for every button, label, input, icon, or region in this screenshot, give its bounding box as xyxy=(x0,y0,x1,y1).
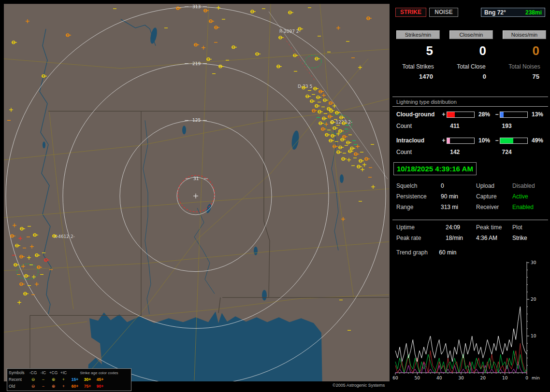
legend-col-cg-pos: +CG xyxy=(48,370,58,375)
legend-symbols-label: Symbols xyxy=(9,370,28,375)
receiver-label: Receiver xyxy=(476,204,512,210)
cg-minus-bar xyxy=(500,112,528,118)
lightning-map[interactable]: 31321912531R-2097 2-D-23 5Q-1223 2-K-461… xyxy=(4,4,390,381)
noise-toggle-button[interactable]: NOISE xyxy=(429,8,458,17)
svg-text:50: 50 xyxy=(415,376,420,380)
cg-pos-icon: ⊕ xyxy=(48,377,58,382)
age-15: 15+ xyxy=(69,377,81,382)
intracloud-row: Intracloud + 10% − 49% xyxy=(392,137,548,144)
legend-col-ic-neg: -IC xyxy=(38,370,48,375)
roads xyxy=(4,4,389,381)
strikes-per-min-value: 5 xyxy=(396,43,440,58)
cloud-ground-label: Cloud-ground xyxy=(396,111,441,118)
trend-graph-row: Trend graph 60 min xyxy=(392,249,548,256)
svg-text:31: 31 xyxy=(193,176,199,181)
trend-chart: 1020306050403020100min xyxy=(392,257,548,386)
cg-plus-bar xyxy=(447,112,475,118)
totals-values-row: 1470 0 75 xyxy=(392,73,548,80)
strike-toggle-button[interactable]: STRIKE xyxy=(395,8,426,17)
ic-pos-icon: + xyxy=(58,384,69,389)
ic-neg-icon: − xyxy=(38,384,48,389)
map-legend: Symbols -CG -IC +CG +IC Strike age color… xyxy=(7,368,131,391)
rate-plates-row: Strikes/min Close/min Noises/min xyxy=(392,30,548,39)
datetime-display: 10/18/2025 4:39:16 AM xyxy=(393,162,477,175)
peak-rate-label: Peak rate xyxy=(396,235,446,241)
uptime-label: Uptime xyxy=(396,224,446,231)
svg-text:min: min xyxy=(532,376,540,380)
svg-text:10: 10 xyxy=(531,334,536,338)
settings-grid: Squelch 0 Upload Disabled Persistence 90… xyxy=(392,182,548,210)
plot-value: Strike xyxy=(512,235,548,241)
svg-text:30: 30 xyxy=(458,376,464,380)
total-strikes-value: 1470 xyxy=(396,73,440,80)
persistence-value: 90 min xyxy=(441,193,476,200)
capture-label: Capture xyxy=(476,193,512,200)
peak-time-label: Peak time xyxy=(476,224,512,231)
range-label: Range xyxy=(396,204,441,210)
ic-plus-bar xyxy=(447,138,475,144)
ic-minus-count: 724 xyxy=(496,149,548,155)
close-per-min-value: 0 xyxy=(449,43,493,58)
app-window: 31321912531R-2097 2-D-23 5Q-1223 2-K-461… xyxy=(0,0,550,392)
persistence-label: Persistence xyxy=(396,193,441,200)
legend-col-ic-pos: +IC xyxy=(58,370,69,375)
upload-label: Upload xyxy=(476,182,512,189)
age-60: 60+ xyxy=(69,384,81,389)
noises-per-min-plate: Noises/min xyxy=(503,30,546,39)
legend-row-old: Old ⊖ − ⊕ + 60+ 75+ 90+ xyxy=(9,383,130,390)
svg-text:K-4612 2-: K-4612 2- xyxy=(54,234,75,239)
separator xyxy=(392,220,548,220)
age-90: 90+ xyxy=(94,384,106,389)
plus-sign: + xyxy=(441,137,447,144)
svg-text:313: 313 xyxy=(192,4,201,9)
ic-plus-pct: 10% xyxy=(475,137,494,144)
minus-sign: − xyxy=(494,137,500,144)
strikes-per-min-plate: Strikes/min xyxy=(396,30,440,39)
peak-time-value: 4:36 AM xyxy=(476,235,512,241)
rate-values-row: 5 0 0 xyxy=(392,43,548,58)
range-value: 313 mi xyxy=(441,204,476,210)
close-per-min-plate: Close/min xyxy=(449,30,493,39)
total-noises-value: 75 xyxy=(503,73,546,80)
trend-graph-label: Trend graph xyxy=(396,249,437,256)
total-strikes-label: Total Strikes xyxy=(396,63,440,70)
ic-plus-count: 142 xyxy=(444,149,496,155)
cg-plus-pct: 28% xyxy=(475,111,494,118)
svg-text:20: 20 xyxy=(531,297,536,302)
svg-text:20: 20 xyxy=(480,376,486,380)
capture-status: Active xyxy=(512,193,548,200)
total-close-label: Total Close xyxy=(449,63,493,70)
status-panel: STRIKE NOISE Bng 72° 238mi Strikes/min C… xyxy=(392,4,548,389)
distribution-heading: Lightning type distribution xyxy=(392,97,548,107)
cg-plus-count: 411 xyxy=(444,123,496,129)
intracloud-label: Intracloud xyxy=(396,137,441,144)
svg-text:30: 30 xyxy=(531,260,536,265)
trend-graph-value: 60 min xyxy=(439,249,456,256)
ic-neg-icon: − xyxy=(38,377,48,382)
uptime-value: 24:09 xyxy=(446,224,476,231)
total-noises-label: Total Noises xyxy=(503,63,546,70)
cg-neg-icon: ⊖ xyxy=(28,377,38,382)
cg-minus-count: 193 xyxy=(496,123,548,129)
svg-text:10: 10 xyxy=(502,376,508,380)
bearing-value: Bng 72° xyxy=(484,9,506,16)
session-grid: Uptime 24:09 Peak time Plot Peak rate 18… xyxy=(392,224,548,241)
plot-label: Plot xyxy=(512,224,548,231)
count-label: Count xyxy=(396,149,444,155)
svg-text:219: 219 xyxy=(192,61,201,66)
svg-text:40: 40 xyxy=(436,376,442,380)
copyright-text: ©2005 Astrogenic Systems xyxy=(333,383,385,388)
legend-age-title: Strike age color codes xyxy=(69,371,130,375)
svg-text:0: 0 xyxy=(525,376,528,380)
peak-rate-value: 18/min xyxy=(446,235,476,241)
totals-labels-row: Total Strikes Total Close Total Noises xyxy=(392,63,548,70)
cg-pos-icon: ⊕ xyxy=(48,384,58,389)
ic-minus-pct: 49% xyxy=(528,137,547,144)
old-strike-glyphs: ⊖ − ⊕ + xyxy=(28,384,69,389)
total-close-value: 0 xyxy=(449,73,493,80)
upload-status: Disabled xyxy=(512,182,548,189)
svg-text:60: 60 xyxy=(392,376,398,380)
cloud-ground-row: Cloud-ground + 28% − 13% xyxy=(392,111,548,118)
recent-strike-glyphs: ⊖ − ⊕ + xyxy=(28,377,69,382)
intracloud-count-row: Count 142 724 xyxy=(392,149,548,155)
